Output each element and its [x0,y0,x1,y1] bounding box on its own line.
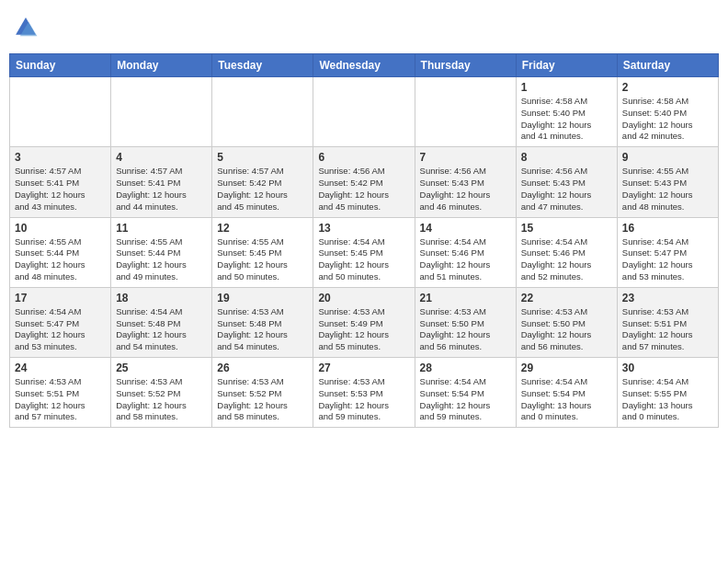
day-number: 9 [622,151,713,164]
day-number: 5 [217,151,308,164]
day-info: Sunrise: 4:54 AM Sunset: 5:45 PM Dayligh… [318,236,409,283]
day-info: Sunrise: 4:54 AM Sunset: 5:46 PM Dayligh… [420,236,511,283]
day-number: 7 [420,151,511,164]
day-info: Sunrise: 4:58 AM Sunset: 5:40 PM Dayligh… [622,96,713,143]
calendar-cell [415,77,516,147]
calendar-cell: 6Sunrise: 4:56 AM Sunset: 5:42 PM Daylig… [313,147,415,217]
day-info: Sunrise: 4:58 AM Sunset: 5:40 PM Dayligh… [521,96,612,143]
calendar-cell [111,77,212,147]
day-number: 21 [420,292,511,304]
calendar-cell [313,77,415,147]
day-info: Sunrise: 4:54 AM Sunset: 5:48 PM Dayligh… [116,306,207,353]
calendar-cell: 14Sunrise: 4:54 AM Sunset: 5:46 PM Dayli… [415,217,516,287]
calendar-cell: 23Sunrise: 4:53 AM Sunset: 5:51 PM Dayli… [617,287,718,357]
calendar-cell: 26Sunrise: 4:53 AM Sunset: 5:52 PM Dayli… [212,358,313,428]
calendar-cell: 11Sunrise: 4:55 AM Sunset: 5:44 PM Dayli… [111,217,212,287]
calendar-cell: 29Sunrise: 4:54 AM Sunset: 5:54 PM Dayli… [516,358,617,428]
calendar-cell: 22Sunrise: 4:53 AM Sunset: 5:50 PM Dayli… [516,287,617,357]
calendar-cell: 15Sunrise: 4:54 AM Sunset: 5:46 PM Dayli… [516,217,617,287]
calendar-week-row: 10Sunrise: 4:55 AM Sunset: 5:44 PM Dayli… [10,217,719,287]
day-info: Sunrise: 4:57 AM Sunset: 5:41 PM Dayligh… [116,166,207,213]
day-number: 26 [217,362,308,374]
day-number: 6 [318,151,409,164]
weekday-header: Saturday [617,54,718,77]
logo [13,15,42,40]
page-header [9,9,719,46]
day-number: 14 [420,222,511,235]
day-info: Sunrise: 4:53 AM Sunset: 5:50 PM Dayligh… [420,306,511,353]
calendar-cell: 13Sunrise: 4:54 AM Sunset: 5:45 PM Dayli… [313,217,415,287]
day-number: 11 [116,222,207,235]
calendar-cell: 24Sunrise: 4:53 AM Sunset: 5:51 PM Dayli… [10,358,111,428]
day-number: 15 [521,222,612,235]
day-number: 28 [420,362,511,374]
calendar-cell [10,77,111,147]
weekday-header: Thursday [415,54,516,77]
weekday-header: Tuesday [212,54,313,77]
day-info: Sunrise: 4:55 AM Sunset: 5:44 PM Dayligh… [116,236,207,283]
weekday-header: Friday [516,54,617,77]
calendar-cell: 2Sunrise: 4:58 AM Sunset: 5:40 PM Daylig… [617,77,718,147]
calendar-week-row: 1Sunrise: 4:58 AM Sunset: 5:40 PM Daylig… [10,77,719,147]
day-info: Sunrise: 4:54 AM Sunset: 5:47 PM Dayligh… [15,306,106,353]
day-info: Sunrise: 4:57 AM Sunset: 5:41 PM Dayligh… [15,166,106,213]
calendar-cell: 18Sunrise: 4:54 AM Sunset: 5:48 PM Dayli… [111,287,212,357]
calendar-week-row: 17Sunrise: 4:54 AM Sunset: 5:47 PM Dayli… [10,287,719,357]
calendar-week-row: 3Sunrise: 4:57 AM Sunset: 5:41 PM Daylig… [10,147,719,217]
calendar-week-row: 24Sunrise: 4:53 AM Sunset: 5:51 PM Dayli… [10,358,719,428]
day-number: 30 [622,362,713,374]
calendar-cell: 20Sunrise: 4:53 AM Sunset: 5:49 PM Dayli… [313,287,415,357]
calendar-cell: 28Sunrise: 4:54 AM Sunset: 5:54 PM Dayli… [415,358,516,428]
calendar-cell: 9Sunrise: 4:55 AM Sunset: 5:43 PM Daylig… [617,147,718,217]
calendar-cell: 19Sunrise: 4:53 AM Sunset: 5:48 PM Dayli… [212,287,313,357]
day-number: 10 [15,222,106,235]
day-number: 24 [15,362,106,374]
day-info: Sunrise: 4:56 AM Sunset: 5:42 PM Dayligh… [318,166,409,213]
calendar-cell: 27Sunrise: 4:53 AM Sunset: 5:53 PM Dayli… [313,358,415,428]
day-info: Sunrise: 4:55 AM Sunset: 5:43 PM Dayligh… [622,166,713,213]
day-number: 23 [622,292,713,304]
day-number: 13 [318,222,409,235]
day-number: 2 [622,81,713,94]
weekday-header: Monday [111,54,212,77]
calendar-cell: 17Sunrise: 4:54 AM Sunset: 5:47 PM Dayli… [10,287,111,357]
calendar-header-row: SundayMondayTuesdayWednesdayThursdayFrid… [10,54,719,77]
day-number: 3 [15,151,106,164]
day-info: Sunrise: 4:54 AM Sunset: 5:54 PM Dayligh… [521,376,612,423]
day-info: Sunrise: 4:56 AM Sunset: 5:43 PM Dayligh… [521,166,612,213]
day-number: 27 [318,362,409,374]
logo-icon [13,15,39,40]
day-info: Sunrise: 4:54 AM Sunset: 5:55 PM Dayligh… [622,376,713,423]
day-number: 18 [116,292,207,304]
day-number: 19 [217,292,308,304]
day-info: Sunrise: 4:54 AM Sunset: 5:47 PM Dayligh… [622,236,713,283]
day-number: 29 [521,362,612,374]
weekday-header: Sunday [10,54,111,77]
calendar-cell: 5Sunrise: 4:57 AM Sunset: 5:42 PM Daylig… [212,147,313,217]
day-info: Sunrise: 4:55 AM Sunset: 5:44 PM Dayligh… [15,236,106,283]
calendar-cell: 16Sunrise: 4:54 AM Sunset: 5:47 PM Dayli… [617,217,718,287]
day-info: Sunrise: 4:53 AM Sunset: 5:50 PM Dayligh… [521,306,612,353]
calendar-cell: 7Sunrise: 4:56 AM Sunset: 5:43 PM Daylig… [415,147,516,217]
day-info: Sunrise: 4:53 AM Sunset: 5:48 PM Dayligh… [217,306,308,353]
day-number: 22 [521,292,612,304]
day-info: Sunrise: 4:53 AM Sunset: 5:52 PM Dayligh… [217,376,308,423]
day-info: Sunrise: 4:53 AM Sunset: 5:52 PM Dayligh… [116,376,207,423]
day-info: Sunrise: 4:53 AM Sunset: 5:51 PM Dayligh… [15,376,106,423]
day-info: Sunrise: 4:54 AM Sunset: 5:46 PM Dayligh… [521,236,612,283]
calendar-cell [212,77,313,147]
calendar-cell: 10Sunrise: 4:55 AM Sunset: 5:44 PM Dayli… [10,217,111,287]
calendar-cell: 21Sunrise: 4:53 AM Sunset: 5:50 PM Dayli… [415,287,516,357]
day-info: Sunrise: 4:54 AM Sunset: 5:54 PM Dayligh… [420,376,511,423]
calendar-cell: 3Sunrise: 4:57 AM Sunset: 5:41 PM Daylig… [10,147,111,217]
day-number: 8 [521,151,612,164]
calendar-cell: 4Sunrise: 4:57 AM Sunset: 5:41 PM Daylig… [111,147,212,217]
day-info: Sunrise: 4:55 AM Sunset: 5:45 PM Dayligh… [217,236,308,283]
calendar-table: SundayMondayTuesdayWednesdayThursdayFrid… [9,53,719,428]
day-info: Sunrise: 4:53 AM Sunset: 5:49 PM Dayligh… [318,306,409,353]
day-number: 17 [15,292,106,304]
day-number: 4 [116,151,207,164]
day-number: 1 [521,81,612,94]
day-number: 16 [622,222,713,235]
calendar-cell: 1Sunrise: 4:58 AM Sunset: 5:40 PM Daylig… [516,77,617,147]
